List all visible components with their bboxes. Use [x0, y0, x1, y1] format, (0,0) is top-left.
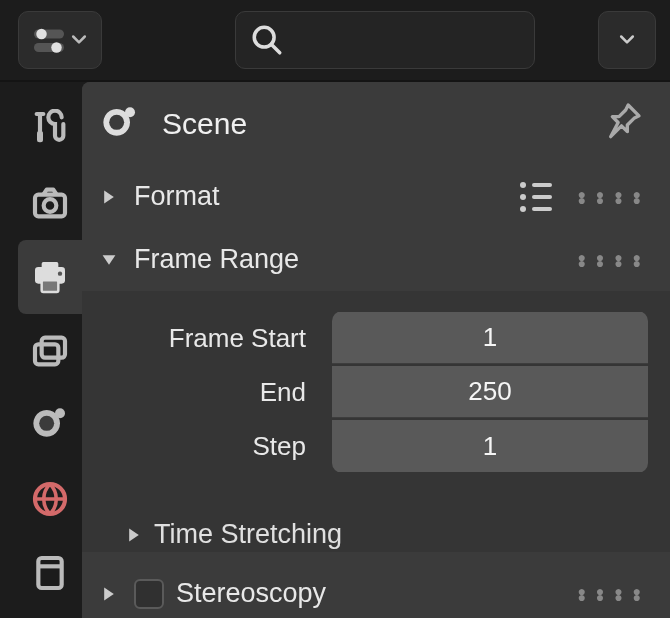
- section-frame-range[interactable]: Frame Range ● ● ● ●● ● ● ●: [82, 228, 670, 291]
- list-icon: [520, 182, 552, 212]
- disclosure-down-icon: [96, 252, 122, 268]
- search-input[interactable]: [235, 11, 535, 69]
- property-tabs: [0, 82, 82, 618]
- svg-point-16: [55, 408, 65, 418]
- svg-point-20: [109, 114, 124, 129]
- section-format[interactable]: Format ● ● ● ●● ● ● ●: [82, 165, 670, 228]
- search-icon: [250, 23, 284, 57]
- svg-rect-10: [42, 262, 59, 270]
- tab-scene[interactable]: [18, 388, 82, 462]
- field-label: Step: [104, 431, 332, 462]
- svg-point-1: [36, 29, 47, 40]
- chevron-down-icon: [617, 25, 637, 56]
- section-stereoscopy[interactable]: Stereoscopy ● ● ● ●● ● ● ●: [82, 562, 670, 618]
- disclosure-right-icon: [126, 519, 142, 550]
- tab-tools[interactable]: [18, 92, 82, 166]
- pin-button[interactable]: [604, 100, 644, 147]
- drag-handle-icon[interactable]: ● ● ● ●● ● ● ●: [578, 254, 645, 266]
- world-icon: [30, 479, 70, 519]
- svg-rect-14: [42, 338, 65, 358]
- subsection-label: Time Stretching: [154, 519, 342, 550]
- svg-point-15: [39, 416, 54, 431]
- section-label: Frame Range: [134, 244, 299, 275]
- svg-rect-11: [42, 280, 59, 292]
- panel-header: Scene: [82, 82, 670, 165]
- printer-icon: [30, 257, 70, 297]
- scene-icon: [30, 405, 70, 445]
- sliders-icon: [31, 22, 67, 58]
- svg-rect-6: [37, 131, 43, 143]
- disclosure-right-icon: [96, 586, 122, 602]
- subsection-time-stretching[interactable]: Time Stretching: [82, 501, 670, 552]
- frame-end-field[interactable]: 250: [332, 366, 648, 418]
- stereoscopy-checkbox[interactable]: [134, 579, 164, 609]
- disclosure-right-icon: [96, 189, 122, 205]
- frame-range-body: Frame Start End Step 1 250 1: [82, 291, 670, 501]
- camera-icon: [30, 183, 70, 223]
- wrench-screwdriver-icon: [30, 109, 70, 149]
- frame-step-field[interactable]: 1: [332, 420, 648, 472]
- tab-render[interactable]: [18, 166, 82, 240]
- svg-rect-18: [38, 558, 61, 588]
- field-label: Frame Start: [104, 323, 332, 354]
- object-icon: [30, 553, 70, 593]
- svg-point-12: [58, 272, 62, 276]
- scene-icon: [100, 104, 140, 144]
- images-icon: [30, 331, 70, 371]
- editor-type-switcher[interactable]: [18, 11, 102, 69]
- section-label: Format: [134, 181, 220, 212]
- frame-start-field[interactable]: 1: [332, 312, 648, 364]
- drag-handle-icon[interactable]: ● ● ● ●● ● ● ●: [578, 191, 645, 203]
- tab-output[interactable]: [18, 240, 82, 314]
- field-label: End: [104, 377, 332, 408]
- svg-point-21: [125, 107, 135, 117]
- chevron-down-icon: [69, 25, 89, 56]
- svg-rect-13: [35, 344, 58, 364]
- svg-point-3: [51, 42, 62, 53]
- options-dropdown[interactable]: [598, 11, 656, 69]
- preset-list-button[interactable]: [520, 182, 552, 212]
- svg-point-8: [44, 199, 57, 212]
- section-label: Stereoscopy: [176, 578, 326, 609]
- panel-title: Scene: [162, 107, 247, 141]
- tab-world[interactable]: [18, 462, 82, 536]
- tab-viewlayer[interactable]: [18, 314, 82, 388]
- tab-object[interactable]: [18, 536, 82, 610]
- pin-icon: [604, 100, 644, 140]
- svg-line-5: [271, 44, 280, 53]
- drag-handle-icon[interactable]: ● ● ● ●● ● ● ●: [578, 588, 645, 600]
